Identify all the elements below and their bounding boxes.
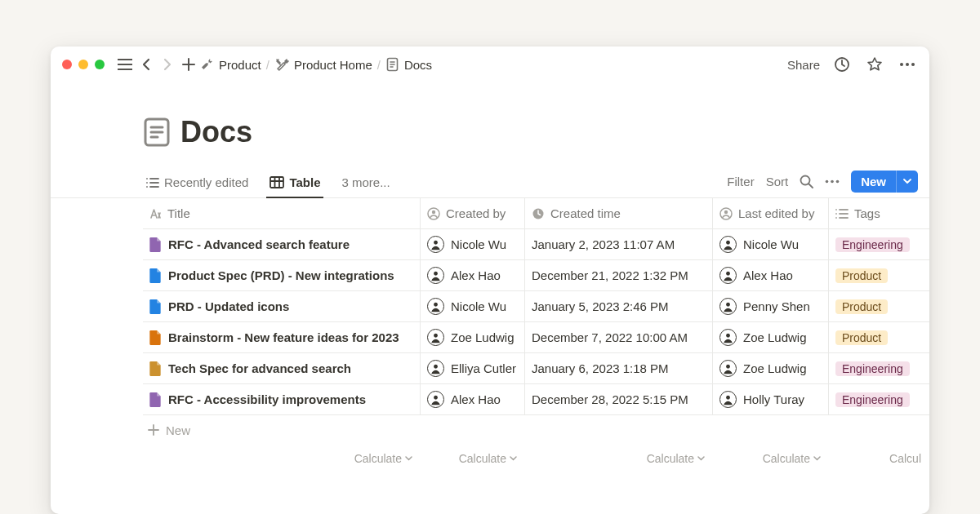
cell-title[interactable]: RFC - Accessibility improvements (143, 384, 421, 414)
cell-edited-by[interactable]: Holly Turay (713, 384, 829, 414)
svg-point-25 (726, 365, 730, 369)
table-row[interactable]: RFC - Accessibility improvements Alex Ha… (143, 384, 929, 415)
cell-tags[interactable]: Product (829, 322, 929, 352)
page-name: Brainstorm - New feature ideas for 2023 (168, 330, 399, 344)
cell-created-time[interactable]: December 28, 2022 5:15 PM (525, 384, 713, 414)
cell-title[interactable]: RFC - Advanced search feature (143, 229, 421, 259)
cell-created-time[interactable]: January 6, 2023 1:18 PM (525, 353, 713, 383)
share-button[interactable]: Share (787, 58, 820, 72)
page-title[interactable]: Docs (180, 115, 252, 149)
cell-edited-by[interactable]: Nicole Wu (713, 229, 829, 259)
cell-tags[interactable]: Product (829, 260, 929, 290)
close-window-button[interactable] (62, 60, 72, 69)
cell-edited-by[interactable]: Penny Shen (713, 291, 829, 321)
table-icon (270, 176, 284, 188)
table-row[interactable]: PRD - Updated icons Nicole Wu January 5,… (143, 291, 929, 322)
tag: Engineering (835, 361, 910, 376)
topbar: Product / Product Home / Docs Share (51, 47, 929, 82)
database-table: Title Created by Created time Last edite… (143, 198, 929, 472)
page-name: RFC - Advanced search feature (168, 237, 350, 251)
cell-tags[interactable]: Engineering (829, 384, 929, 414)
window-controls (62, 60, 105, 69)
cell-created-by[interactable]: Elliya Cutler (421, 353, 525, 383)
list-icon (146, 177, 159, 188)
calc-edited-by[interactable]: Calculate (713, 452, 829, 465)
views-actions: Filter Sort New (727, 171, 929, 193)
svg-rect-6 (270, 177, 283, 188)
new-page-button[interactable] (178, 54, 199, 75)
page-icon (148, 361, 163, 377)
updates-icon[interactable] (831, 54, 853, 75)
page-name: Product Spec (PRD) - New integrations (168, 268, 394, 282)
nav-forward-button[interactable] (157, 54, 178, 75)
search-icon[interactable] (800, 175, 813, 188)
filter-button[interactable]: Filter (727, 175, 754, 188)
cell-created-time[interactable]: December 7, 2022 10:00 AM (525, 322, 713, 352)
breadcrumb-product[interactable]: Product (199, 57, 261, 72)
cell-title[interactable]: Tech Spec for advanced search (143, 353, 421, 383)
cell-title[interactable]: Product Spec (PRD) - New integrations (143, 260, 421, 290)
cell-edited-by[interactable]: Zoe Ludwig (713, 322, 829, 352)
cell-title[interactable]: Brainstorm - New feature ideas for 2023 (143, 322, 421, 352)
favorite-icon[interactable] (864, 54, 885, 75)
page-icon (148, 330, 163, 346)
text-prop-icon (148, 208, 162, 219)
cell-created-by[interactable]: Zoe Ludwig (421, 322, 525, 352)
page-icon (148, 268, 163, 284)
view-options-icon[interactable] (825, 179, 840, 184)
new-button[interactable]: New (851, 171, 896, 193)
calc-tags[interactable]: Calcul (829, 452, 929, 465)
table-row[interactable]: Tech Spec for advanced search Elliya Cut… (143, 353, 929, 384)
maximize-window-button[interactable] (95, 60, 105, 69)
cell-title[interactable]: PRD - Updated icons (143, 291, 421, 321)
app-window: Product / Product Home / Docs Share (51, 47, 929, 514)
cell-tags[interactable]: Engineering (829, 353, 929, 383)
col-created-time[interactable]: Created time (525, 198, 713, 228)
chevron-down-icon (903, 179, 911, 184)
view-recently-edited[interactable]: Recently edited (143, 172, 252, 197)
table-row[interactable]: Product Spec (PRD) - New integrations Al… (143, 260, 929, 291)
cell-created-by[interactable]: Nicole Wu (421, 291, 525, 321)
table-row[interactable]: Brainstorm - New feature ideas for 2023 … (143, 322, 929, 353)
cell-created-by[interactable]: Alex Hao (421, 384, 525, 414)
calc-created-time[interactable]: Calculate (525, 452, 713, 465)
col-last-edited-by[interactable]: Last edited by (713, 198, 829, 228)
page-header: Docs (51, 82, 929, 149)
nav-back-button[interactable] (136, 54, 157, 75)
wrench-icon (199, 57, 214, 72)
calc-title[interactable]: Calculate (143, 452, 421, 465)
page-icon (148, 237, 163, 253)
svg-point-18 (434, 272, 438, 276)
minimize-window-button[interactable] (78, 60, 88, 69)
sort-button[interactable]: Sort (766, 175, 789, 188)
col-title[interactable]: Title (143, 198, 421, 228)
cell-created-time[interactable]: January 5, 2023 2:46 PM (525, 291, 713, 321)
col-created-by[interactable]: Created by (421, 198, 525, 228)
cell-created-time[interactable]: January 2, 2023 11:07 AM (525, 229, 713, 259)
table-row[interactable]: RFC - Advanced search feature Nicole Wu … (143, 229, 929, 260)
more-icon[interactable] (897, 54, 918, 75)
avatar (719, 298, 737, 315)
new-dropdown-button[interactable] (896, 171, 918, 193)
cell-created-by[interactable]: Alex Hao (421, 260, 525, 290)
cell-edited-by[interactable]: Alex Hao (713, 260, 829, 290)
svg-point-23 (726, 334, 730, 338)
page-icon (385, 57, 399, 72)
breadcrumb-product-home[interactable]: Product Home (274, 57, 372, 72)
view-more[interactable]: 3 more... (338, 172, 393, 197)
hamburger-icon[interactable] (114, 54, 136, 75)
cell-created-by[interactable]: Nicole Wu (421, 229, 525, 259)
new-row-button[interactable]: New (143, 415, 929, 445)
calc-created-by[interactable]: Calculate (421, 452, 525, 465)
col-tags[interactable]: Tags (829, 198, 929, 228)
cell-tags[interactable]: Engineering (829, 229, 929, 259)
cell-tags[interactable]: Product (829, 291, 929, 321)
cell-edited-by[interactable]: Zoe Ludwig (713, 353, 829, 383)
page-name: RFC - Accessibility improvements (168, 392, 366, 406)
cell-created-time[interactable]: December 21, 2022 1:32 PM (525, 260, 713, 290)
breadcrumb-label: Product (219, 58, 261, 72)
view-table[interactable]: Table (266, 172, 323, 198)
page-icon (148, 299, 163, 315)
person-prop-icon (427, 207, 440, 220)
breadcrumb-docs[interactable]: Docs (385, 57, 432, 72)
